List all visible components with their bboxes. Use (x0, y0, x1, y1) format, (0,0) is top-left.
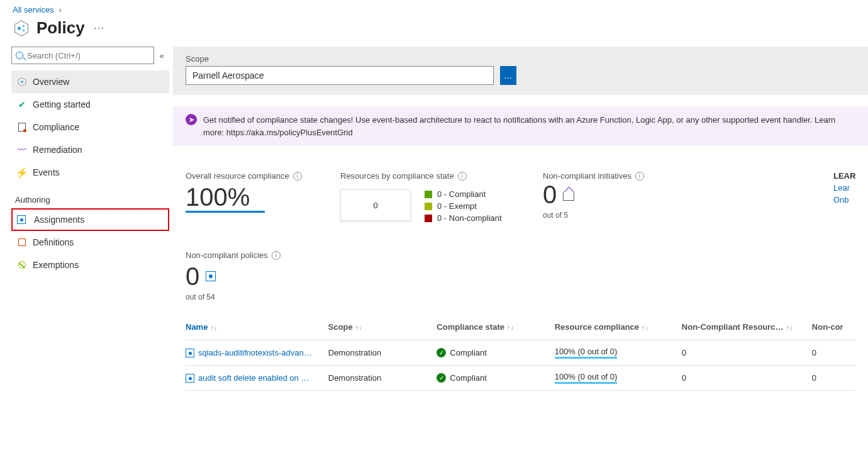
sort-icon[interactable]: ↑↓ (355, 323, 362, 331)
kpi-overall-value: 100% (186, 183, 265, 213)
info-icon[interactable]: i (272, 251, 281, 260)
col-header-noncompliant[interactable]: Non-cor (812, 322, 843, 332)
col-header-scope[interactable]: Scope (328, 322, 353, 332)
sidebar-item-label: Remediation (33, 145, 82, 155)
overview-icon (15, 77, 29, 87)
exemptions-icon (15, 261, 29, 269)
row-name-link[interactable]: audit soft delete enabled on … (198, 373, 309, 383)
getting-started-icon: ✔ (15, 99, 29, 109)
policy-icon (206, 271, 216, 281)
info-icon[interactable]: i (293, 172, 302, 181)
compliance-icon (15, 123, 29, 132)
sort-icon[interactable]: ↑↓ (642, 323, 648, 331)
breadcrumb-all-services[interactable]: All services (13, 5, 54, 14)
cell-state: Compliant (450, 348, 487, 357)
compliance-table: Name ↑↓ Scope ↑↓ Compliance state ↑↓ Res… (173, 308, 868, 397)
kpi-initiatives-value: 0 (543, 181, 557, 208)
cell-state: Compliant (450, 373, 487, 383)
legend-compliant: 0 - Compliant (425, 189, 502, 199)
scope-value: Parnell Aerospace (192, 70, 264, 81)
info-icon[interactable]: i (635, 172, 644, 181)
cell-noncompliant-resources: 0 (682, 373, 812, 383)
sidebar-item-label: Compliance (33, 122, 79, 132)
sidebar-item-events[interactable]: ⚡ Events (11, 161, 169, 184)
table-row[interactable]: audit soft delete enabled on … Demonstra… (186, 366, 855, 391)
remediation-icon: 〰 (15, 145, 29, 155)
kpi-overall-compliance: Overall resource compliance i 100% (186, 171, 340, 225)
more-actions-button[interactable]: ··· (94, 21, 105, 35)
rocket-icon: ➤ (186, 114, 197, 125)
compliant-check-icon: ✓ (437, 348, 446, 357)
sidebar-item-remediation[interactable]: 〰 Remediation (11, 138, 169, 161)
learn-link-1[interactable]: Lear (833, 183, 855, 193)
sidebar-item-compliance[interactable]: Compliance (11, 116, 169, 138)
kpi-policies-value: 0 (186, 262, 199, 290)
sidebar-item-label: Events (33, 167, 60, 177)
sidebar: « Overview ✔ Getting started Compliance … (0, 47, 173, 397)
cell-scope: Demonstration (328, 348, 437, 357)
scope-bar: Scope Parnell Aerospace … (173, 47, 868, 95)
kpi-noncompliant-policies: Non-compliant policies i 0 out of 54 (173, 232, 868, 308)
sort-icon[interactable]: ↑↓ (786, 323, 793, 331)
col-header-resource-compliance[interactable]: Resource compliance (555, 322, 639, 332)
sidebar-item-getting-started[interactable]: ✔ Getting started (11, 93, 169, 116)
kpi-by-state: Resources by compliance state i 0 0 - Co… (340, 171, 543, 225)
scope-picker-button[interactable]: … (500, 66, 516, 85)
sidebar-item-label: Overview (33, 77, 69, 87)
sort-icon[interactable]: ↑↓ (210, 323, 217, 331)
swatch-noncompliant-icon (425, 215, 432, 222)
notification-banner: ➤ Get notified of compliance state chang… (173, 106, 868, 146)
scope-input[interactable]: Parnell Aerospace (186, 66, 494, 85)
definitions-icon (15, 238, 29, 246)
learn-heading: LEARN (833, 171, 855, 181)
col-header-name[interactable]: Name (186, 322, 208, 332)
cell-scope: Demonstration (328, 373, 437, 383)
legend-noncompliant: 0 - Non-compliant (425, 213, 502, 223)
assignments-icon (16, 215, 30, 224)
sidebar-search-input[interactable] (26, 50, 150, 61)
donut-center-card: 0 (340, 189, 411, 221)
sidebar-item-overview[interactable]: Overview (11, 70, 169, 93)
table-row[interactable]: sqlads-auditifnotexists-advan… Demonstra… (186, 340, 855, 366)
col-header-state[interactable]: Compliance state (437, 322, 504, 332)
swatch-exempt-icon (425, 203, 432, 210)
sort-icon[interactable]: ↑↓ (507, 323, 514, 331)
sidebar-item-exemptions[interactable]: Exemptions (11, 254, 169, 276)
sidebar-item-label: Getting started (33, 99, 91, 109)
svg-point-5 (21, 81, 23, 83)
donut-center-value: 0 (373, 201, 377, 210)
sidebar-item-label: Exemptions (33, 260, 79, 270)
search-icon (16, 52, 23, 59)
swatch-compliant-icon (425, 191, 432, 198)
main-pane: Scope Parnell Aerospace … ➤ Get notified… (173, 47, 868, 397)
chevron-right-icon: › (56, 5, 61, 14)
cell-noncompliant: 0 (812, 348, 855, 357)
sidebar-item-assignments[interactable]: Assignments (11, 208, 169, 231)
kpi-noncompliant-initiatives: Non-compliant initiatives i 0 out of 5 (543, 171, 750, 225)
policy-row-icon (186, 374, 194, 383)
compliant-check-icon: ✓ (437, 373, 446, 383)
info-icon[interactable]: i (458, 172, 467, 181)
kpi-label: Overall resource compliance (186, 171, 289, 181)
scope-label: Scope (186, 54, 855, 64)
sidebar-section-authoring: Authoring (11, 184, 169, 208)
row-name-link[interactable]: sqlads-auditifnotexists-advan… (198, 348, 312, 357)
table-header-row: Name ↑↓ Scope ↑↓ Compliance state ↑↓ Res… (186, 314, 855, 340)
svg-point-3 (23, 29, 25, 31)
kpi-initiatives-sub: out of 5 (543, 211, 750, 220)
learn-link-2[interactable]: Onb (833, 195, 855, 205)
sidebar-item-label: Assignments (34, 215, 84, 225)
policy-service-icon (13, 20, 30, 37)
svg-marker-0 (15, 20, 28, 36)
sidebar-item-definitions[interactable]: Definitions (11, 231, 169, 254)
col-header-noncompliant-resources[interactable]: Non-Compliant Resourc… (682, 322, 784, 332)
policy-row-icon (186, 349, 194, 357)
sidebar-search[interactable] (11, 47, 154, 64)
collapse-sidebar-button[interactable]: « (154, 51, 169, 60)
page-title: Policy (36, 18, 85, 38)
initiative-icon (563, 192, 574, 201)
cell-noncompliant: 0 (812, 373, 855, 383)
legend-exempt: 0 - Exempt (425, 201, 502, 211)
svg-point-2 (23, 25, 25, 27)
notification-text: Get notified of compliance state changes… (203, 114, 855, 138)
